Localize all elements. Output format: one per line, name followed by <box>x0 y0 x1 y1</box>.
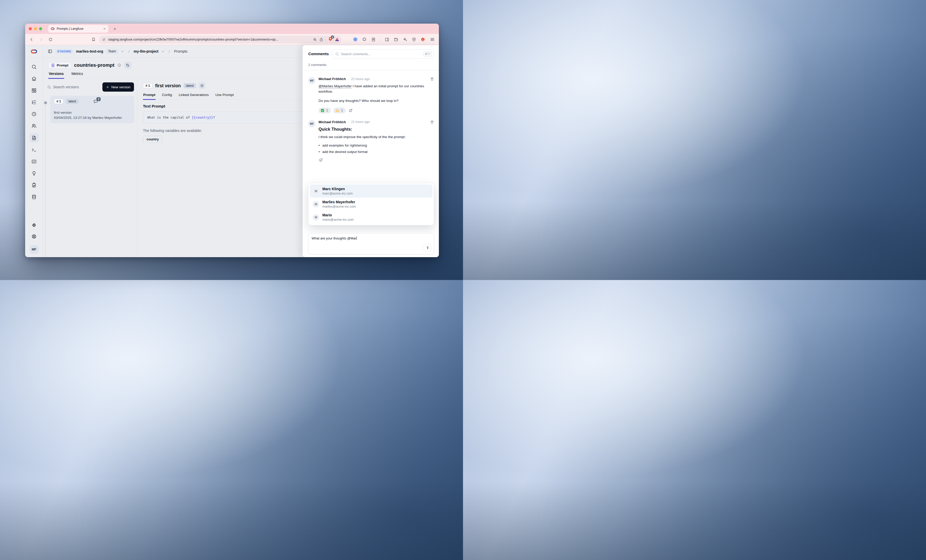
delete-comment-button[interactable] <box>430 77 434 81</box>
tracing-tree-icon[interactable] <box>31 100 37 105</box>
datasets-database-icon[interactable] <box>31 194 37 200</box>
playground-terminal-icon[interactable] <box>31 147 37 153</box>
info-icon[interactable] <box>117 63 121 67</box>
user-avatar[interactable]: MF <box>30 245 38 254</box>
langfuse-app: MF STAGING marlies-test-org Team my-llm-… <box>25 45 439 257</box>
versions-search[interactable] <box>47 85 100 89</box>
settings-gear-icon[interactable] <box>31 222 37 228</box>
mention-name: Marlies Mayerhofer <box>322 200 356 204</box>
mention-link[interactable]: @Marlies Mayerhofer <box>319 84 352 88</box>
url-bar[interactable]: staging.langfuse.com/project/cm22fk0w700… <box>99 36 342 43</box>
versions-search-input[interactable] <box>53 85 86 89</box>
prompt-type-badge: Prompt <box>48 62 71 68</box>
comment-body: @Marlies Mayerhofer I have added an init… <box>319 84 434 94</box>
tab-config[interactable]: Config <box>162 93 172 100</box>
tab-metrics[interactable]: Metrics <box>71 72 83 79</box>
wallet-icon[interactable] <box>394 37 398 42</box>
bookmark-icon[interactable] <box>91 37 96 42</box>
tab-use-prompt[interactable]: Use Prompt <box>215 93 234 100</box>
comment-item: MF Michael Fröhlich · 22 hours ago @Marl… <box>308 77 434 114</box>
comment-author: Michael Fröhlich <box>319 77 346 81</box>
url-text[interactable]: staging.langfuse.com/project/cm22fk0w700… <box>108 38 310 41</box>
home-icon[interactable] <box>31 76 37 81</box>
reaction-raised-hands[interactable]: 1 <box>333 107 346 114</box>
sparkle-ai-icon[interactable] <box>403 37 407 42</box>
comments-search-input[interactable] <box>341 52 421 56</box>
chevron-down-icon[interactable] <box>121 50 124 53</box>
sidebar-toggle-icon[interactable] <box>48 49 52 54</box>
forward-button[interactable] <box>39 37 43 42</box>
onepassword-icon[interactable] <box>353 37 358 42</box>
browser-tab[interactable]: Prompts | Langfuse <box>48 25 108 33</box>
avatar: MF <box>308 77 315 84</box>
annotation-clipboard-icon[interactable] <box>31 183 37 188</box>
comment-heading: Quick Thoughts: <box>319 127 434 132</box>
dashboard-grid-icon[interactable] <box>31 88 37 93</box>
new-tab-button[interactable] <box>113 27 117 31</box>
sidebar-item-prompts[interactable] <box>30 133 39 142</box>
mention-email: mario@acme-inc.com <box>322 218 354 221</box>
reaction-check[interactable]: 1 <box>319 107 331 114</box>
mention-option[interactable]: M Marc Klingen marc@acme-inc.com <box>310 185 433 198</box>
mention-email: marlies@acme-inc.com <box>322 205 356 208</box>
add-reaction-icon[interactable] <box>348 108 353 113</box>
comment-input[interactable]: What are your thoughts @Mar <box>308 233 434 254</box>
browser-profile-icon[interactable] <box>421 37 425 42</box>
version-meta: 03/04/2025, 13:27:16 by Marlies Mayerhof… <box>54 116 130 120</box>
mention-option[interactable]: M Marlies Mayerhofer marlies@acme-inc.co… <box>310 198 433 211</box>
zoom-window-button[interactable] <box>39 27 42 30</box>
breadcrumb-project[interactable]: my-llm-project <box>134 49 158 53</box>
brave-shield-button[interactable]: 2 <box>328 37 333 42</box>
support-lifebuoy-icon[interactable] <box>31 234 37 239</box>
version-comments-button[interactable]: 2 <box>93 99 98 104</box>
lightbulb-icon[interactable] <box>31 171 37 176</box>
sessions-clock-icon[interactable] <box>31 111 37 117</box>
bullet-item: add the desired output format <box>322 150 368 154</box>
chevron-down-icon[interactable] <box>161 50 165 53</box>
tab-close-icon[interactable] <box>103 27 106 30</box>
white-check-mark-emoji <box>321 109 324 112</box>
search-icon[interactable] <box>31 64 37 70</box>
minimize-window-button[interactable] <box>34 27 37 30</box>
tag-button[interactable] <box>124 62 132 69</box>
search-page-icon[interactable] <box>371 37 376 42</box>
extensions-puzzle-icon[interactable] <box>362 37 367 42</box>
tab-versions[interactable]: Versions <box>48 72 64 79</box>
tab-title: Prompts | Langfuse <box>57 27 101 30</box>
langfuse-logo[interactable] <box>30 48 38 55</box>
close-window-button[interactable] <box>29 27 32 30</box>
reload-button[interactable] <box>48 37 53 42</box>
add-reaction-icon[interactable] <box>319 157 323 162</box>
tab-prompt[interactable]: Prompt <box>143 93 156 100</box>
variable-chip[interactable]: country <box>143 136 162 143</box>
comments-search[interactable]: ⌘ F <box>332 49 434 59</box>
users-icon[interactable] <box>31 123 37 129</box>
search-shortcut-badge: ⌘ F <box>423 51 432 57</box>
send-arrow-icon <box>426 246 430 250</box>
search-icon <box>335 52 339 56</box>
tab-linked-generations[interactable]: Linked Generations <box>179 93 209 100</box>
share-icon[interactable] <box>319 38 323 42</box>
site-settings-icon[interactable] <box>102 38 106 41</box>
avatar: M <box>313 214 319 221</box>
breadcrumb-org[interactable]: marlies-test-org <box>76 49 103 53</box>
brave-rewards-icon[interactable] <box>335 37 339 42</box>
vpn-shield-icon[interactable] <box>412 37 416 42</box>
menu-hamburger-icon[interactable] <box>430 37 435 42</box>
version-list-item[interactable]: # 1 latest 2 first version 03/04/2025, 1… <box>50 96 134 123</box>
mention-name: Marc Klingen <box>322 187 353 191</box>
promote-version-button[interactable] <box>199 82 205 89</box>
comments-title: Comments <box>308 51 329 56</box>
prompt-variable: {{country}} <box>192 115 213 120</box>
evaluation-icon[interactable] <box>31 159 37 164</box>
window-controls <box>29 27 42 30</box>
mention-option[interactable]: M Mario mario@acme-inc.com <box>310 211 433 224</box>
back-button[interactable] <box>29 37 34 42</box>
browser-tab-strip: Prompts | Langfuse <box>25 24 439 34</box>
send-comment-button[interactable] <box>424 244 431 252</box>
zoom-page-icon[interactable] <box>313 38 317 42</box>
sidebar-panel-icon[interactable] <box>385 37 389 42</box>
avatar: M <box>313 201 319 207</box>
delete-comment-button[interactable] <box>430 120 434 124</box>
new-version-button[interactable]: New version <box>102 82 134 92</box>
